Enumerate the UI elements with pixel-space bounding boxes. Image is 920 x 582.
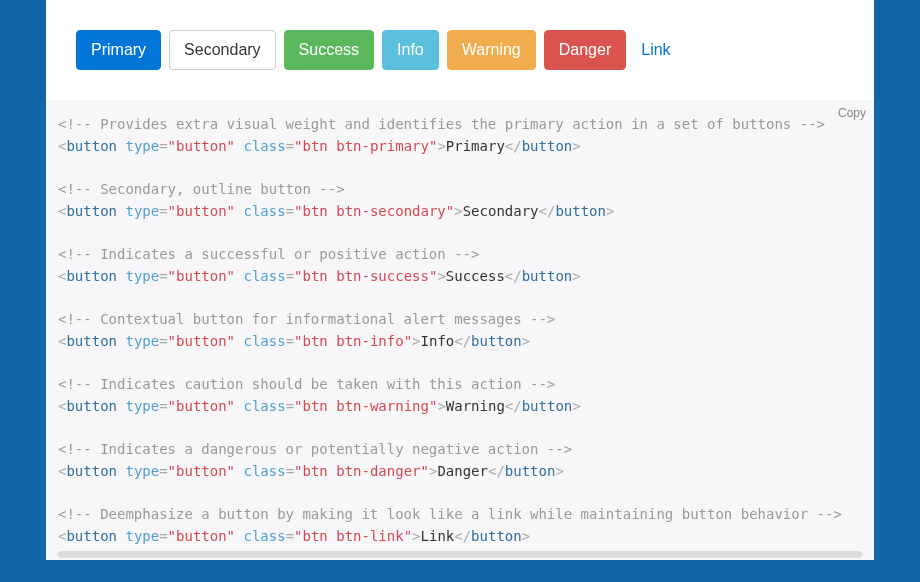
code-comment-link: <!-- Deemphasize a button by making it l… bbox=[58, 506, 842, 522]
code-line-warning: <button type="button" class="btn btn-war… bbox=[58, 398, 581, 414]
code-line-info: <button type="button" class="btn btn-inf… bbox=[58, 333, 530, 349]
code-comment-danger: <!-- Indicates a dangerous or potentiall… bbox=[58, 441, 572, 457]
code-comment-info: <!-- Contextual button for informational… bbox=[58, 311, 555, 327]
horizontal-scrollbar[interactable] bbox=[58, 551, 862, 558]
danger-button[interactable]: Danger bbox=[544, 30, 626, 70]
warning-button[interactable]: Warning bbox=[447, 30, 536, 70]
code-line-primary: <button type="button" class="btn btn-pri… bbox=[58, 138, 581, 154]
primary-button[interactable]: Primary bbox=[76, 30, 161, 70]
code-comment-success: <!-- Indicates a successful or positive … bbox=[58, 246, 479, 262]
code-comment-warning: <!-- Indicates caution should be taken w… bbox=[58, 376, 555, 392]
code-comment-primary: <!-- Provides extra visual weight and id… bbox=[58, 116, 825, 132]
code-comment-secondary: <!-- Secondary, outline button --> bbox=[58, 181, 345, 197]
success-button[interactable]: Success bbox=[284, 30, 374, 70]
info-button[interactable]: Info bbox=[382, 30, 439, 70]
button-preview-row: Primary Secondary Success Info Warning D… bbox=[46, 0, 874, 100]
code-line-secondary: <button type="button" class="btn btn-sec… bbox=[58, 203, 614, 219]
code-line-link: <button type="button" class="btn btn-lin… bbox=[58, 528, 530, 544]
code-line-danger: <button type="button" class="btn btn-dan… bbox=[58, 463, 564, 479]
doc-sheet: Primary Secondary Success Info Warning D… bbox=[46, 0, 874, 560]
copy-button[interactable]: Copy bbox=[838, 104, 866, 123]
code-line-success: <button type="button" class="btn btn-suc… bbox=[58, 268, 581, 284]
link-button[interactable]: Link bbox=[634, 30, 677, 70]
code-example: Copy <!-- Provides extra visual weight a… bbox=[46, 100, 874, 560]
secondary-button[interactable]: Secondary bbox=[169, 30, 276, 70]
code-pre: <!-- Provides extra visual weight and id… bbox=[58, 114, 862, 548]
